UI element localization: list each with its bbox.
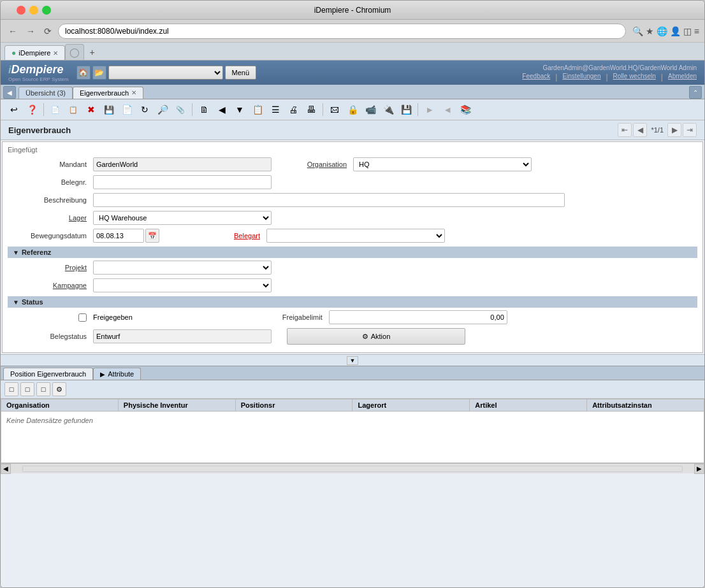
projekt-select[interactable] [93, 261, 272, 275]
prev-button[interactable]: ◀ [214, 101, 230, 118]
app-header: iDempiere Open Source ERP System 🏠 📂 Men… [1, 61, 704, 85]
icon1-button[interactable]: 📹 [362, 101, 379, 118]
organisation-label[interactable]: Organisation [274, 161, 351, 168]
belegnr-input[interactable] [93, 175, 272, 189]
projekt-label[interactable]: Projekt [8, 264, 91, 271]
referenz-section-header[interactable]: ▼ Referenz [8, 247, 697, 258]
extensions-icon-btn[interactable]: ◫ [683, 26, 692, 36]
lock-button[interactable]: 🔒 [344, 101, 361, 118]
col-positionsr: Positionsr [236, 399, 353, 411]
close-button[interactable] [17, 6, 25, 15]
detail-button[interactable]: 📋 [249, 101, 266, 118]
switch-role-link[interactable]: Rolle wechseln [613, 73, 656, 82]
grid-body: Keine Datensätze gefunden [1, 412, 704, 463]
freigabelimit-input[interactable] [329, 310, 507, 324]
context-select[interactable] [108, 66, 223, 80]
feedback-link[interactable]: Feedback [522, 73, 550, 82]
tab-eigenverbrauch-label: Eigenverbrauch [80, 89, 129, 97]
address-bar[interactable] [58, 24, 626, 39]
copy-record-button[interactable]: 📋 [65, 101, 82, 118]
folder-icon-btn[interactable]: 📂 [92, 66, 106, 80]
scrollbar-track[interactable] [22, 466, 683, 472]
tab-overview-label: Übersicht (3) [25, 89, 66, 97]
scrollbar-right-btn[interactable]: ▶ [694, 464, 704, 474]
refresh-button[interactable]: ↻ [136, 101, 153, 118]
menu-icon-btn[interactable]: ≡ [694, 26, 699, 36]
form-view-button[interactable]: 🗎 [196, 101, 212, 118]
translate-icon-btn[interactable]: 🌐 [657, 26, 667, 36]
menu-button[interactable]: Menü [225, 66, 257, 80]
help-button[interactable]: ❓ [24, 101, 40, 118]
last-record-btn[interactable]: ⇥ [683, 123, 697, 137]
belegstatus-label: Belegstatus [8, 333, 91, 340]
translate-button[interactable]: 📚 [457, 101, 474, 118]
nav-expand-btn[interactable]: ⌃ [689, 86, 702, 99]
aktion-button[interactable]: ⚙ Aktion [287, 328, 465, 345]
beschreibung-input[interactable] [93, 193, 565, 207]
home-icon-btn[interactable]: 🏠 [76, 66, 91, 80]
kampagne-label[interactable]: Kampagne [8, 282, 91, 289]
icon4-button[interactable]: ▶ [421, 101, 438, 118]
tab-eigenverbrauch[interactable]: Eigenverbrauch ✕ [73, 87, 143, 99]
lager-row: Lager HQ Warehouse [8, 211, 697, 225]
icon3-button[interactable]: 💾 [398, 101, 414, 118]
grid-settings-btn[interactable]: ⚙ [52, 382, 66, 396]
grid-delete-btn[interactable]: □ [36, 382, 50, 396]
sidebar-collapse-btn[interactable]: ◀ [3, 86, 16, 99]
icon5-button[interactable]: ◀ [439, 101, 456, 118]
copy2-button[interactable]: 📄 [119, 101, 135, 118]
tab-eigenverbrauch-close-icon[interactable]: ✕ [131, 89, 136, 96]
tab-overview[interactable]: Übersicht (3) [18, 87, 73, 99]
kampagne-select[interactable] [93, 278, 272, 292]
user-icon-btn[interactable]: 👤 [670, 26, 681, 36]
find-button[interactable]: 🔎 [154, 101, 171, 118]
maximize-button[interactable] [42, 6, 51, 15]
status-section-header[interactable]: ▼ Status [8, 296, 697, 308]
grid-view-button[interactable]: ☰ [267, 101, 284, 118]
grid-copy-btn[interactable]: □ [20, 382, 34, 396]
grid-new-btn[interactable]: □ [4, 382, 18, 396]
scrollbar-left-btn[interactable]: ◀ [1, 464, 11, 474]
new-tab-button[interactable]: + [84, 45, 99, 60]
aktion-gear-icon: ⚙ [362, 333, 368, 341]
tab-close-icon[interactable]: ✕ [53, 50, 58, 57]
next-button[interactable]: ▼ [231, 101, 248, 118]
logout-link[interactable]: Abmelden [668, 73, 697, 82]
delete-record-button[interactable]: ✖ [83, 101, 99, 118]
freigegeben-checkbox[interactable] [78, 313, 87, 322]
tab-position-eigenverbrauch[interactable]: Position Eigenverbrauch [3, 368, 93, 380]
reload-button[interactable]: ⟳ [41, 25, 54, 38]
undo-button[interactable]: ↩ [6, 101, 22, 118]
icon2-button[interactable]: 🔌 [380, 101, 396, 118]
settings-link[interactable]: Einstellungen [562, 73, 600, 82]
bookmark-icon-btn[interactable]: ★ [646, 26, 654, 36]
search-icon-btn[interactable]: 🔍 [632, 26, 643, 36]
back-button[interactable]: ← [6, 25, 20, 38]
browser-window: iDempiere - Chromium ← → ⟳ 🔍 ★ 🌐 👤 ◫ ≡ ●… [0, 0, 705, 588]
print-button[interactable]: 🖨 [285, 101, 302, 118]
forward-button[interactable]: → [24, 25, 38, 38]
browser-tab-new[interactable]: ◯ [65, 44, 84, 60]
next-record-btn[interactable]: ▶ [667, 123, 681, 137]
mandant-input[interactable] [93, 157, 272, 171]
aktion-label: Aktion [371, 333, 391, 340]
minimize-button[interactable] [29, 6, 38, 15]
date-input[interactable] [93, 229, 144, 243]
first-record-btn[interactable]: ⇤ [618, 123, 632, 137]
calendar-btn[interactable]: 📅 [145, 229, 159, 243]
print2-button[interactable]: 🖶 [303, 101, 319, 118]
organisation-select[interactable]: HQ [353, 157, 532, 171]
mail-button[interactable]: 🖂 [326, 101, 343, 118]
browser-title: iDempiere - Chromium [314, 6, 391, 15]
prev-record-btn[interactable]: ◀ [633, 123, 647, 137]
new-record-button[interactable]: 📄 [47, 101, 64, 118]
lager-select[interactable]: HQ Warehouse [93, 211, 272, 225]
lager-label[interactable]: Lager [8, 214, 91, 222]
browser-tab-idempiere[interactable]: ● iDempiere ✕ [4, 45, 65, 60]
belegart-select[interactable] [266, 229, 445, 243]
tab-attribute[interactable]: ▶ Attribute [93, 368, 141, 380]
attachment-button[interactable]: 📎 [172, 101, 189, 118]
save-button[interactable]: 💾 [101, 101, 117, 118]
belegart-label[interactable]: Belegart [162, 232, 264, 240]
scroll-down-btn[interactable]: ▼ [347, 356, 358, 365]
